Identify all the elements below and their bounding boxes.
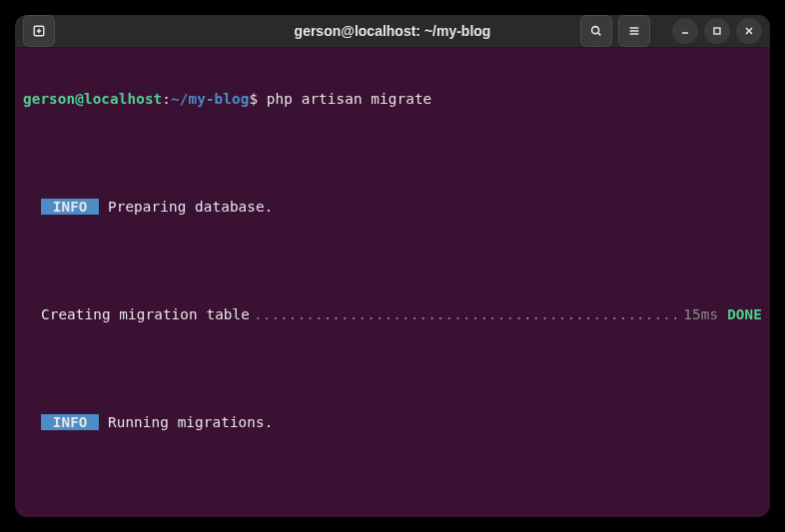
new-tab-button[interactable]	[23, 15, 55, 47]
window-title: gerson@localhost: ~/my-blog	[295, 23, 491, 39]
info-badge: INFO	[41, 414, 99, 430]
maximize-button[interactable]	[704, 18, 730, 44]
dots: ........................................…	[250, 305, 683, 323]
preparing-text: Preparing database.	[99, 199, 273, 215]
terminal-window: gerson@localhost: ~/my-blog	[15, 15, 770, 517]
svg-line-4	[598, 33, 601, 36]
minimize-button[interactable]	[672, 18, 698, 44]
info-badge: INFO	[41, 199, 99, 215]
running-text: Running migrations.	[99, 414, 273, 430]
svg-point-3	[592, 27, 599, 34]
info-running: INFO Running migrations.	[23, 413, 762, 431]
info-preparing: INFO Preparing database.	[23, 198, 762, 216]
creating-time: 15ms	[683, 305, 727, 323]
creating-migration-table: Creating migration table ...............…	[23, 305, 762, 323]
close-button[interactable]	[736, 18, 762, 44]
prompt-user: gerson@localhost	[23, 91, 162, 107]
menu-button[interactable]	[618, 15, 650, 47]
prompt-symbol: $	[249, 91, 258, 107]
prompt-sep: :	[162, 91, 171, 107]
prompt-path: ~/my-blog	[171, 91, 249, 107]
svg-rect-9	[714, 28, 720, 34]
search-button[interactable]	[580, 15, 612, 47]
creating-label: Creating migration table	[41, 305, 250, 323]
creating-status: DONE	[727, 305, 762, 323]
command-text: php artisan migrate	[267, 91, 431, 107]
titlebar: gerson@localhost: ~/my-blog	[15, 15, 770, 48]
prompt-line: gerson@localhost:~/my-blog$ php artisan …	[23, 90, 762, 108]
terminal-content[interactable]: gerson@localhost:~/my-blog$ php artisan …	[15, 48, 770, 517]
